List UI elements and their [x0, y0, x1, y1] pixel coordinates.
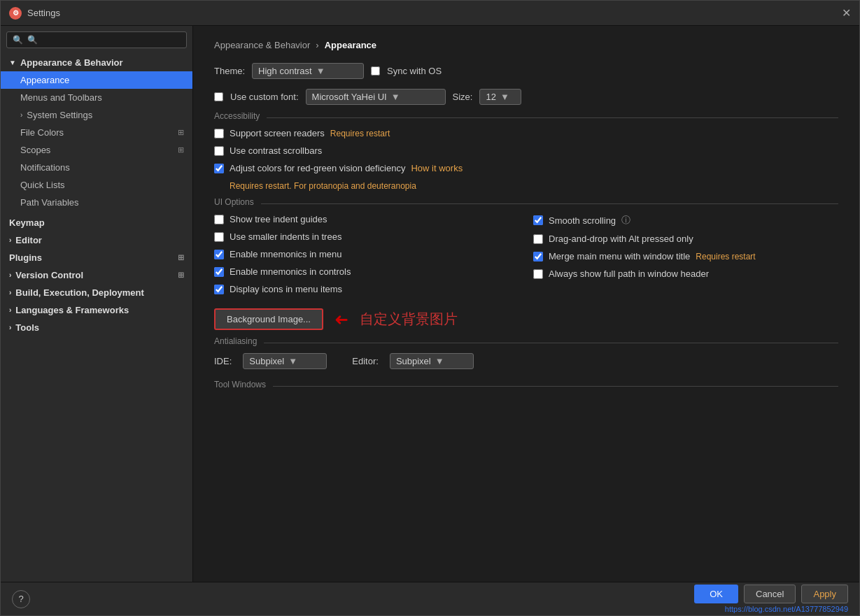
sidebar-item-label: Path Variables [20, 197, 79, 208]
ok-button[interactable]: OK [694, 585, 738, 603]
sidebar-item-languages-frameworks[interactable]: › Languages & Frameworks [1, 301, 192, 319]
sidebar-item-label: Notifications [20, 162, 70, 173]
help-icon[interactable]: ⓘ [621, 214, 630, 227]
drag-drop-row[interactable]: Drag-and-drop with Alt pressed only [533, 234, 838, 244]
color-deficiency-row[interactable]: Adjust colors for red-green vision defic… [214, 163, 838, 173]
mnemonics-menu-label: Enable mnemonics in menu [230, 249, 341, 259]
tree-indent-checkbox[interactable] [214, 215, 224, 224]
drag-drop-label: Drag-and-drop with Alt pressed only [549, 234, 693, 244]
sidebar-item-file-colors[interactable]: File Colors ⊞ [1, 124, 192, 141]
screen-readers-row[interactable]: Support screen readers Requires restart [214, 128, 838, 138]
theme-value: High contrast [258, 66, 312, 76]
sidebar-item-menus-toolbars[interactable]: Menus and Toolbars [1, 89, 192, 106]
help-button[interactable]: ? [12, 590, 30, 608]
antialiasing-title: Antialiasing [214, 336, 264, 346]
app-icon: ⚙ [9, 7, 22, 20]
chevron-down-icon: ▼ [288, 356, 297, 366]
tree-indent-row[interactable]: Show tree indent guides [214, 214, 519, 224]
sidebar-item-label: Plugins [9, 252, 42, 263]
how-it-works-link[interactable]: How it works [411, 163, 463, 173]
breadcrumb-separator: › [316, 40, 318, 50]
full-path-label: Always show full path in window header [549, 268, 709, 279]
sidebar-item-system-settings[interactable]: › System Settings [1, 106, 192, 124]
mnemonics-controls-checkbox[interactable] [214, 267, 224, 277]
url-hint: https://blog.csdn.net/A13777852949 [725, 605, 848, 613]
sidebar-item-keymap[interactable]: Keymap [1, 214, 192, 231]
screen-readers-label: Support screen readers [230, 128, 325, 138]
sidebar-item-version-control[interactable]: › Version Control ⊞ [1, 266, 192, 284]
ui-options-divider: UI Options [214, 203, 838, 204]
editor-antialiasing-dropdown[interactable]: Subpixel ▼ [390, 353, 474, 369]
custom-font-checkbox[interactable] [214, 92, 223, 101]
search-box[interactable]: 🔍 [6, 31, 187, 48]
drag-drop-checkbox[interactable] [533, 234, 543, 244]
sidebar-item-label: Tools [15, 322, 39, 333]
full-path-checkbox[interactable] [533, 269, 543, 279]
contrast-scrollbars-row[interactable]: Use contrast scrollbars [214, 145, 838, 156]
sidebar-item-label: Appearance [20, 75, 69, 85]
settings-icon: ⊞ [178, 145, 184, 155]
contrast-scrollbars-checkbox[interactable] [214, 146, 224, 156]
breadcrumb: Appearance & Behavior › Appearance [214, 40, 838, 50]
sidebar-item-label: Languages & Frameworks [15, 305, 129, 315]
tool-windows-title: Tool Windows [214, 380, 273, 389]
window-title: Settings [27, 8, 842, 18]
sidebar-item-appearance[interactable]: Appearance [1, 71, 192, 89]
arrow-icon: ➜ [334, 310, 348, 329]
sync-with-os-checkbox[interactable] [371, 66, 380, 76]
mnemonics-menu-checkbox[interactable] [214, 250, 224, 259]
editor-antialiasing-value: Subpixel [396, 356, 431, 366]
sidebar-item-quick-lists[interactable]: Quick Lists [1, 176, 192, 194]
expand-arrow-icon: › [9, 306, 11, 314]
background-image-button[interactable]: Background Image... [214, 308, 323, 330]
size-value: 12 [486, 92, 495, 102]
ui-options-grid: Show tree indent guides Use smaller inde… [214, 214, 838, 301]
close-button[interactable]: ✕ [842, 6, 851, 20]
theme-row: Theme: High contrast ▼ Sync with OS [214, 63, 838, 79]
display-icons-label: Display icons in menu items [230, 284, 342, 294]
sidebar-item-label: Scopes [20, 145, 50, 155]
expand-arrow-icon: › [9, 324, 11, 331]
sidebar-item-appearance-behavior[interactable]: ▼ Appearance & Behavior [1, 54, 192, 71]
sidebar-item-scopes[interactable]: Scopes ⊞ [1, 141, 192, 159]
accessibility-title: Accessibility [214, 111, 267, 121]
settings-icon: ⊞ [178, 128, 184, 137]
sidebar-item-tools[interactable]: › Tools [1, 319, 192, 336]
sidebar-item-notifications[interactable]: Notifications [1, 159, 192, 176]
smooth-scrolling-checkbox[interactable] [533, 215, 543, 225]
sync-os-label: Sync with OS [387, 66, 442, 76]
sidebar-item-label: Editor [15, 235, 42, 245]
smaller-indents-checkbox[interactable] [214, 232, 224, 242]
display-icons-checkbox[interactable] [214, 285, 224, 294]
cancel-button[interactable]: Cancel [744, 585, 796, 603]
screen-readers-checkbox[interactable] [214, 129, 224, 138]
sidebar-item-label: Build, Execution, Deployment [15, 287, 143, 298]
mnemonics-menu-row[interactable]: Enable mnemonics in menu [214, 249, 519, 259]
requires-restart-note: Requires restart. For protanopia and deu… [230, 181, 416, 191]
size-dropdown[interactable]: 12 ▼ [479, 89, 521, 105]
size-label: Size: [453, 92, 473, 102]
display-icons-row[interactable]: Display icons in menu items [214, 284, 519, 294]
smaller-indents-row[interactable]: Use smaller indents in trees [214, 231, 519, 242]
sidebar-item-editor[interactable]: › Editor [1, 231, 192, 249]
full-path-row[interactable]: Always show full path in window header [533, 268, 838, 279]
smooth-scrolling-row[interactable]: Smooth scrolling ⓘ [533, 214, 838, 227]
theme-dropdown[interactable]: High contrast ▼ [252, 63, 364, 79]
color-deficiency-checkbox[interactable] [214, 164, 224, 173]
ui-options-left: Show tree indent guides Use smaller inde… [214, 214, 519, 301]
sidebar-item-build-execution[interactable]: › Build, Execution, Deployment [1, 284, 192, 301]
mnemonics-controls-label: Enable mnemonics in controls [230, 266, 351, 277]
sidebar-item-plugins[interactable]: Plugins ⊞ [1, 249, 192, 266]
apply-button[interactable]: Apply [801, 585, 848, 603]
right-panel: Appearance & Behavior › Appearance Theme… [193, 26, 859, 582]
mnemonics-controls-row[interactable]: Enable mnemonics in controls [214, 266, 519, 277]
custom-font-label: Use custom font: [230, 92, 299, 102]
settings-window: ⚙ Settings ✕ 🔍 ▼ Appearance & Behavior A… [0, 0, 860, 616]
sidebar-item-path-variables[interactable]: Path Variables [1, 194, 192, 211]
ide-antialiasing-dropdown[interactable]: Subpixel ▼ [243, 353, 327, 369]
search-input[interactable] [27, 35, 181, 45]
merge-menu-checkbox[interactable] [533, 252, 543, 262]
font-dropdown[interactable]: Microsoft YaHei UI ▼ [306, 89, 446, 105]
merge-menu-row[interactable]: Merge main menu with window title Requir… [533, 251, 838, 262]
smaller-indents-label: Use smaller indents in trees [230, 231, 341, 242]
